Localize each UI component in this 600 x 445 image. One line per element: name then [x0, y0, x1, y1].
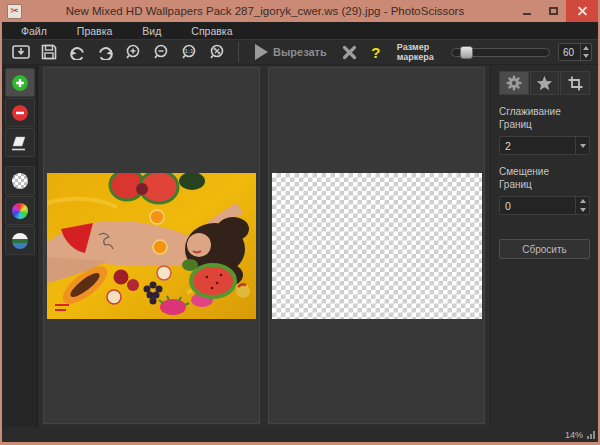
clear-marks-button[interactable] — [337, 41, 363, 63]
eraser-tool[interactable] — [5, 128, 35, 157]
marker-size-spinbox[interactable] — [558, 43, 592, 61]
marker-size-slider[interactable] — [451, 48, 550, 57]
zoom-level-indicator: 14% — [565, 430, 583, 440]
statusbar: 14% — [2, 427, 598, 442]
menu-file[interactable]: Файл — [6, 25, 62, 37]
transparent-background-option[interactable] — [5, 166, 35, 195]
original-photo — [47, 173, 256, 319]
settings-tab-gear[interactable] — [499, 71, 529, 95]
settings-tabs — [499, 71, 590, 95]
zoom-out-button[interactable] — [148, 41, 174, 63]
transparent-result-preview — [272, 173, 482, 319]
save-button[interactable] — [36, 41, 62, 63]
open-file-icon — [12, 44, 30, 60]
resize-grip-icon[interactable] — [587, 431, 595, 439]
zoom-fit-icon — [209, 44, 226, 61]
spin-down-button[interactable] — [581, 52, 591, 60]
offset-spinbox[interactable] — [499, 196, 590, 215]
smoothing-label: Сглаживание Границ — [499, 106, 569, 131]
arrow-down-icon — [583, 54, 589, 58]
arrow-up-icon — [580, 199, 586, 203]
toolbar-separator — [238, 42, 239, 62]
mark-background-tool[interactable] — [5, 98, 35, 127]
color-background-option[interactable] — [5, 196, 35, 225]
mark-foreground-tool[interactable] — [5, 68, 35, 97]
undo-icon — [69, 45, 86, 60]
effects-tab-star[interactable] — [530, 71, 560, 95]
undo-button[interactable] — [64, 41, 90, 63]
svg-text:1:1: 1:1 — [184, 48, 193, 54]
transparent-checker-icon — [12, 173, 28, 189]
titlebar[interactable]: ✂ New Mixed HD Wallpapers Pack 287_igory… — [2, 0, 598, 22]
zoom-fit-button[interactable] — [204, 41, 230, 63]
arrow-down-icon — [580, 208, 586, 212]
offset-down-button[interactable] — [576, 206, 589, 215]
window-title: New Mixed HD Wallpapers Pack 287_igoryk_… — [2, 5, 528, 17]
result-image-panel[interactable] — [268, 67, 485, 424]
cut-button[interactable]: Вырезать — [247, 41, 335, 63]
redo-button[interactable] — [92, 41, 118, 63]
red-minus-icon — [12, 105, 28, 121]
close-icon — [578, 7, 587, 16]
original-image-panel[interactable] — [43, 67, 260, 424]
landscape-image-icon — [12, 233, 28, 249]
marker-size-label: Размер маркера — [397, 42, 443, 63]
reset-button[interactable]: Сбросить — [499, 239, 590, 259]
tool-sidebar — [2, 65, 38, 427]
zoom-in-icon — [125, 44, 142, 61]
crop-tab[interactable] — [560, 71, 590, 95]
image-background-option[interactable] — [5, 226, 35, 255]
green-plus-icon — [12, 75, 28, 91]
toolbar: 1:1 Вырезать ? Размер маркера — [2, 39, 598, 65]
menu-help[interactable]: Справка — [176, 25, 247, 37]
arrow-up-icon — [583, 46, 589, 50]
save-icon — [41, 44, 57, 60]
offset-label: Смещение Границ — [499, 166, 569, 191]
offset-up-button[interactable] — [576, 197, 589, 206]
zoom-out-icon — [153, 44, 170, 61]
slider-handle[interactable] — [460, 46, 473, 59]
help-button[interactable]: ? — [365, 44, 387, 61]
smoothing-combobox[interactable] — [499, 136, 590, 155]
dropdown-arrow-icon — [580, 144, 586, 148]
star-icon — [536, 75, 553, 91]
close-button[interactable] — [566, 0, 598, 22]
redo-icon — [97, 45, 114, 60]
settings-panel: Сглаживание Границ Смещение Границ Сброс… — [490, 65, 598, 427]
menubar: Файл Правка Вид Справка — [2, 22, 598, 39]
photoscissors-window: ✂ New Mixed HD Wallpapers Pack 287_igory… — [0, 0, 600, 445]
spin-up-button[interactable] — [581, 44, 591, 52]
eraser-icon — [11, 135, 29, 151]
offset-input[interactable] — [500, 197, 575, 214]
cut-button-label: Вырезать — [273, 46, 327, 58]
canvas-area — [38, 65, 490, 427]
maximize-icon — [549, 7, 558, 15]
menu-view[interactable]: Вид — [127, 25, 176, 37]
zoom-in-button[interactable] — [120, 41, 146, 63]
crop-icon — [568, 76, 583, 91]
menu-edit[interactable]: Правка — [62, 25, 127, 37]
smoothing-dropdown-button[interactable] — [575, 137, 589, 154]
marker-size-input[interactable] — [559, 44, 580, 60]
clear-x-icon — [342, 45, 357, 60]
smoothing-input[interactable] — [500, 137, 575, 154]
play-icon — [255, 44, 268, 60]
open-file-button[interactable] — [8, 41, 34, 63]
maximize-button[interactable] — [540, 0, 566, 22]
zoom-actual-button[interactable]: 1:1 — [176, 41, 202, 63]
zoom-actual-icon: 1:1 — [181, 44, 198, 61]
gear-icon — [506, 75, 522, 91]
color-wheel-icon — [12, 203, 28, 219]
